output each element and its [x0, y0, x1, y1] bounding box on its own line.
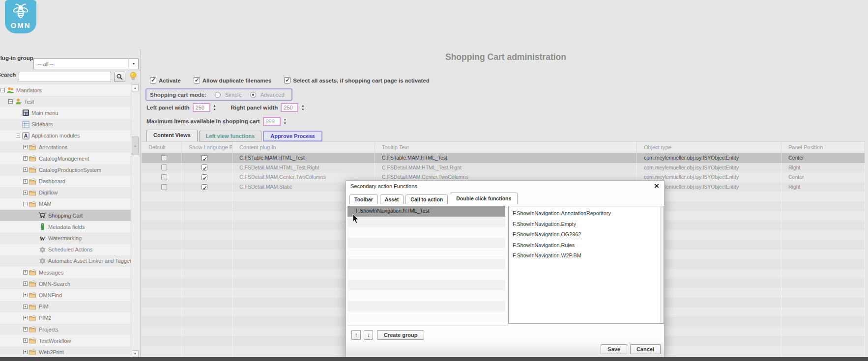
collapse-icon[interactable]: − — [8, 99, 13, 104]
list-scrollbar[interactable] — [660, 206, 664, 323]
tree-item-pim2[interactable]: +PIM2 — [0, 312, 131, 324]
duplicate-filenames-option[interactable]: Allow duplicate filenames — [194, 77, 272, 83]
tree-item-omnfind[interactable]: +OMNFind — [0, 289, 131, 301]
column-header-default[interactable]: Default — [142, 142, 182, 153]
tree-item-pim[interactable]: +PIM — [0, 301, 131, 312]
tab-left-view-functions[interactable]: Left view functions — [199, 131, 262, 141]
assigned-function-item[interactable]: F.ShowInNavigation.HTML_Test — [347, 206, 505, 217]
tree-item-annotations[interactable]: +Annotations — [0, 141, 131, 153]
column-header-tooltip-text[interactable]: Tooltip Text — [375, 142, 637, 153]
tree-item-scheduled-actions[interactable]: Scheduled Actions — [0, 244, 131, 255]
available-function-item[interactable]: F.ShowInNavigation.AnnotationReporitory — [509, 208, 664, 219]
close-icon[interactable]: × — [654, 181, 659, 191]
left-panel-width-stepper[interactable]: ▲▼ — [213, 105, 216, 111]
column-header-panel-position[interactable]: Panel Position — [781, 142, 865, 153]
collapse-icon[interactable]: − — [0, 88, 5, 92]
expand-icon[interactable]: + — [23, 179, 28, 184]
expand-icon[interactable]: + — [23, 293, 28, 297]
tab-call-to-action[interactable]: Call to action — [405, 194, 448, 204]
right-panel-width-stepper[interactable]: ▲▼ — [301, 105, 304, 111]
show-language-bar-checkbox[interactable] — [202, 155, 207, 161]
column-header-content-plug-in[interactable]: Content plug-in — [232, 142, 375, 153]
column-header-show-language-bar[interactable]: Show Language Bar — [182, 142, 232, 153]
tab-double-click-functions[interactable]: Double click functions — [450, 193, 518, 204]
expand-icon[interactable]: + — [23, 316, 28, 320]
column-header-object-type[interactable]: Object type — [637, 142, 781, 153]
max-items-stepper[interactable]: ▲▼ — [284, 118, 287, 125]
activate-option[interactable]: Activate — [150, 77, 181, 83]
tree-item-shopping-cart[interactable]: Shopping Cart — [0, 210, 131, 221]
duplicate-filenames-checkbox[interactable] — [194, 77, 200, 83]
tree-item-omn-search[interactable]: +OMN-Search — [0, 278, 131, 289]
move-up-button[interactable]: ↑ — [351, 330, 361, 340]
tab-asset[interactable]: Asset — [380, 194, 404, 204]
tree-item-watermarking[interactable]: WWatermarking — [0, 232, 131, 244]
right-panel-width-input[interactable] — [281, 103, 298, 112]
expand-icon[interactable]: + — [23, 191, 28, 195]
default-checkbox[interactable] — [161, 155, 167, 161]
save-button[interactable]: Save — [601, 344, 627, 354]
expand-icon[interactable]: + — [23, 156, 28, 161]
available-function-item[interactable]: F.ShowInNavigation.Rules — [509, 240, 664, 251]
table-row[interactable]: C.FSDetail.MAM.HTML_Test.RightC.FSDetail… — [142, 163, 865, 173]
tree-scrollbar[interactable]: ▲ ▼ — [131, 84, 139, 357]
tree-item-dashboard[interactable]: +Dashboard — [0, 176, 131, 187]
mode-simple-radio[interactable] — [215, 92, 221, 98]
activate-checkbox[interactable] — [150, 77, 156, 83]
expand-icon[interactable]: + — [23, 350, 28, 354]
default-checkbox[interactable] — [161, 184, 167, 190]
tree-item-automatic-asset-linker-and-tagger[interactable]: Automatic Asset Linker and Tagger — [0, 255, 131, 267]
expand-icon[interactable]: + — [23, 145, 28, 149]
left-panel-width-input[interactable] — [193, 103, 210, 112]
tree-item-catalogmanagement[interactable]: +CatalogManagement — [0, 153, 131, 164]
expand-icon[interactable]: + — [23, 338, 28, 343]
expand-icon[interactable]: + — [23, 167, 28, 172]
tab-toolbar[interactable]: Toolbar — [349, 194, 378, 204]
create-group-button[interactable]: Create group — [377, 330, 424, 340]
expand-icon[interactable]: + — [23, 270, 28, 275]
table-row[interactable]: C.FSTable.MAM.HTML_TestC.FSTable.MAM.HTM… — [142, 153, 865, 163]
panel-splitter[interactable] — [140, 49, 141, 357]
tree-item-web2print[interactable]: +Web2Print — [0, 346, 131, 357]
show-language-bar-checkbox[interactable] — [202, 174, 207, 180]
default-checkbox[interactable] — [161, 165, 167, 170]
cancel-button[interactable]: Cancel — [630, 344, 661, 354]
tree-item-projects[interactable]: +Projects — [0, 324, 131, 335]
scroll-up-icon[interactable]: ▲ — [132, 84, 139, 91]
scroll-down-icon[interactable]: ▼ — [132, 350, 139, 357]
tree-item-catalogproductionsystem[interactable]: +CatalogProductionSystem — [0, 164, 131, 175]
hint-lightbulb-icon[interactable] — [128, 71, 139, 82]
expand-icon[interactable]: + — [23, 281, 28, 286]
tree-item-textworkflow[interactable]: +TextWorkflow — [0, 335, 131, 346]
mode-advanced-radio[interactable] — [250, 92, 256, 98]
show-language-bar-checkbox[interactable] — [202, 184, 207, 190]
tab-approve-process[interactable]: Approve Process — [263, 131, 322, 141]
expand-icon[interactable]: + — [23, 327, 28, 332]
scrollbar-thumb[interactable] — [132, 137, 139, 155]
tree-item-sidebars[interactable]: Sidebars — [0, 119, 131, 130]
tree-item-mandators[interactable]: −Mandators — [0, 84, 131, 96]
tree-item-metadata-fields[interactable]: Metadata fields — [0, 221, 131, 232]
tab-content-views[interactable]: Content Views — [146, 130, 198, 141]
search-button[interactable] — [114, 72, 125, 82]
select-all-assets-checkbox[interactable] — [284, 77, 290, 83]
plugin-group-dropdown-button[interactable]: ▼ — [129, 58, 139, 69]
tree-item-application-modules[interactable]: −AApplication modules — [0, 130, 131, 141]
show-language-bar-checkbox[interactable] — [202, 165, 207, 170]
tree-item-messages[interactable]: +Messages — [0, 267, 131, 278]
default-checkbox[interactable] — [161, 174, 167, 180]
move-down-button[interactable]: ↓ — [364, 330, 373, 340]
plugin-group-select[interactable]: -- all -- — [33, 58, 128, 69]
select-all-assets-option[interactable]: Select all assets, if shopping cart page… — [284, 77, 429, 83]
available-function-item[interactable]: F.ShowInNavigation.OG2962 — [509, 229, 664, 240]
max-items-input[interactable] — [263, 117, 281, 126]
available-function-item[interactable]: F.ShowInNavigation.Empty — [509, 219, 664, 230]
tree-item-main-menu[interactable]: Main menu — [0, 107, 131, 118]
collapse-icon[interactable]: − — [23, 202, 28, 206]
tree-item-test[interactable]: −Test — [0, 96, 131, 107]
search-input[interactable] — [19, 72, 111, 82]
expand-icon[interactable]: + — [23, 305, 28, 309]
tree-item-digiflow[interactable]: +Digiflow — [0, 187, 131, 198]
collapse-icon[interactable]: − — [16, 134, 20, 138]
available-function-item[interactable]: F.ShowInNavigation.W2P.BM — [509, 250, 664, 261]
